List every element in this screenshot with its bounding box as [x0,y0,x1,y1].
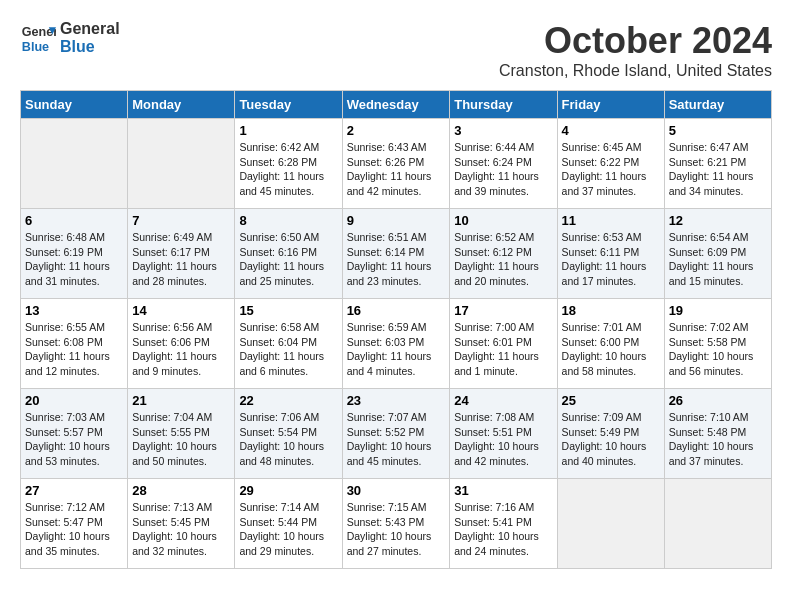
day-number: 10 [454,213,552,228]
calendar-cell: 3Sunrise: 6:44 AMSunset: 6:24 PMDaylight… [450,119,557,209]
day-number: 27 [25,483,123,498]
calendar-week-4: 20Sunrise: 7:03 AMSunset: 5:57 PMDayligh… [21,389,772,479]
calendar-cell: 26Sunrise: 7:10 AMSunset: 5:48 PMDayligh… [664,389,771,479]
weekday-header-wednesday: Wednesday [342,91,450,119]
calendar-cell: 4Sunrise: 6:45 AMSunset: 6:22 PMDaylight… [557,119,664,209]
calendar-cell [664,479,771,569]
day-number: 2 [347,123,446,138]
weekday-header-friday: Friday [557,91,664,119]
day-info: Sunrise: 6:56 AMSunset: 6:06 PMDaylight:… [132,320,230,379]
calendar-cell: 13Sunrise: 6:55 AMSunset: 6:08 PMDayligh… [21,299,128,389]
day-info: Sunrise: 7:03 AMSunset: 5:57 PMDaylight:… [25,410,123,469]
day-number: 13 [25,303,123,318]
day-number: 26 [669,393,767,408]
day-info: Sunrise: 6:52 AMSunset: 6:12 PMDaylight:… [454,230,552,289]
day-number: 9 [347,213,446,228]
day-info: Sunrise: 6:51 AMSunset: 6:14 PMDaylight:… [347,230,446,289]
calendar-week-3: 13Sunrise: 6:55 AMSunset: 6:08 PMDayligh… [21,299,772,389]
calendar-cell: 24Sunrise: 7:08 AMSunset: 5:51 PMDayligh… [450,389,557,479]
day-number: 6 [25,213,123,228]
month-title: October 2024 [499,20,772,62]
day-info: Sunrise: 7:12 AMSunset: 5:47 PMDaylight:… [25,500,123,559]
calendar-cell: 10Sunrise: 6:52 AMSunset: 6:12 PMDayligh… [450,209,557,299]
calendar-cell: 14Sunrise: 6:56 AMSunset: 6:06 PMDayligh… [128,299,235,389]
day-info: Sunrise: 7:00 AMSunset: 6:01 PMDaylight:… [454,320,552,379]
calendar-cell: 15Sunrise: 6:58 AMSunset: 6:04 PMDayligh… [235,299,342,389]
calendar-table: SundayMondayTuesdayWednesdayThursdayFrid… [20,90,772,569]
day-info: Sunrise: 6:50 AMSunset: 6:16 PMDaylight:… [239,230,337,289]
weekday-header-thursday: Thursday [450,91,557,119]
day-number: 25 [562,393,660,408]
day-number: 23 [347,393,446,408]
day-info: Sunrise: 6:49 AMSunset: 6:17 PMDaylight:… [132,230,230,289]
day-number: 28 [132,483,230,498]
calendar-cell: 23Sunrise: 7:07 AMSunset: 5:52 PMDayligh… [342,389,450,479]
day-number: 24 [454,393,552,408]
day-info: Sunrise: 7:14 AMSunset: 5:44 PMDaylight:… [239,500,337,559]
logo-general: General [60,20,120,38]
day-info: Sunrise: 6:53 AMSunset: 6:11 PMDaylight:… [562,230,660,289]
logo-icon: General Blue [20,20,56,56]
calendar-cell: 29Sunrise: 7:14 AMSunset: 5:44 PMDayligh… [235,479,342,569]
calendar-cell [21,119,128,209]
calendar-week-5: 27Sunrise: 7:12 AMSunset: 5:47 PMDayligh… [21,479,772,569]
day-info: Sunrise: 7:08 AMSunset: 5:51 PMDaylight:… [454,410,552,469]
calendar-cell: 16Sunrise: 6:59 AMSunset: 6:03 PMDayligh… [342,299,450,389]
day-info: Sunrise: 6:48 AMSunset: 6:19 PMDaylight:… [25,230,123,289]
day-number: 11 [562,213,660,228]
calendar-cell: 7Sunrise: 6:49 AMSunset: 6:17 PMDaylight… [128,209,235,299]
calendar-cell: 12Sunrise: 6:54 AMSunset: 6:09 PMDayligh… [664,209,771,299]
day-number: 16 [347,303,446,318]
day-number: 7 [132,213,230,228]
location: Cranston, Rhode Island, United States [499,62,772,80]
calendar-cell: 31Sunrise: 7:16 AMSunset: 5:41 PMDayligh… [450,479,557,569]
weekday-header-saturday: Saturday [664,91,771,119]
day-info: Sunrise: 6:42 AMSunset: 6:28 PMDaylight:… [239,140,337,199]
calendar-cell: 17Sunrise: 7:00 AMSunset: 6:01 PMDayligh… [450,299,557,389]
calendar-cell: 18Sunrise: 7:01 AMSunset: 6:00 PMDayligh… [557,299,664,389]
calendar-cell: 5Sunrise: 6:47 AMSunset: 6:21 PMDaylight… [664,119,771,209]
day-info: Sunrise: 6:43 AMSunset: 6:26 PMDaylight:… [347,140,446,199]
day-info: Sunrise: 6:54 AMSunset: 6:09 PMDaylight:… [669,230,767,289]
day-number: 31 [454,483,552,498]
calendar-cell [557,479,664,569]
day-info: Sunrise: 6:44 AMSunset: 6:24 PMDaylight:… [454,140,552,199]
calendar-cell [128,119,235,209]
day-number: 17 [454,303,552,318]
day-number: 8 [239,213,337,228]
calendar-cell: 27Sunrise: 7:12 AMSunset: 5:47 PMDayligh… [21,479,128,569]
calendar-cell: 22Sunrise: 7:06 AMSunset: 5:54 PMDayligh… [235,389,342,479]
calendar-cell: 11Sunrise: 6:53 AMSunset: 6:11 PMDayligh… [557,209,664,299]
calendar-week-1: 1Sunrise: 6:42 AMSunset: 6:28 PMDaylight… [21,119,772,209]
calendar-cell: 28Sunrise: 7:13 AMSunset: 5:45 PMDayligh… [128,479,235,569]
day-number: 1 [239,123,337,138]
day-number: 4 [562,123,660,138]
day-info: Sunrise: 6:55 AMSunset: 6:08 PMDaylight:… [25,320,123,379]
day-number: 15 [239,303,337,318]
day-number: 20 [25,393,123,408]
day-number: 22 [239,393,337,408]
day-number: 3 [454,123,552,138]
day-number: 29 [239,483,337,498]
day-number: 18 [562,303,660,318]
logo: General Blue General Blue [20,20,120,56]
weekday-header-sunday: Sunday [21,91,128,119]
day-info: Sunrise: 7:06 AMSunset: 5:54 PMDaylight:… [239,410,337,469]
title-block: October 2024 Cranston, Rhode Island, Uni… [499,20,772,80]
day-info: Sunrise: 6:45 AMSunset: 6:22 PMDaylight:… [562,140,660,199]
calendar-cell: 25Sunrise: 7:09 AMSunset: 5:49 PMDayligh… [557,389,664,479]
svg-text:Blue: Blue [22,40,49,54]
logo-blue: Blue [60,38,120,56]
day-info: Sunrise: 7:01 AMSunset: 6:00 PMDaylight:… [562,320,660,379]
day-info: Sunrise: 7:04 AMSunset: 5:55 PMDaylight:… [132,410,230,469]
day-info: Sunrise: 7:02 AMSunset: 5:58 PMDaylight:… [669,320,767,379]
day-number: 21 [132,393,230,408]
calendar-cell: 9Sunrise: 6:51 AMSunset: 6:14 PMDaylight… [342,209,450,299]
calendar-cell: 19Sunrise: 7:02 AMSunset: 5:58 PMDayligh… [664,299,771,389]
day-number: 14 [132,303,230,318]
day-info: Sunrise: 6:58 AMSunset: 6:04 PMDaylight:… [239,320,337,379]
day-info: Sunrise: 7:16 AMSunset: 5:41 PMDaylight:… [454,500,552,559]
day-info: Sunrise: 7:15 AMSunset: 5:43 PMDaylight:… [347,500,446,559]
day-number: 5 [669,123,767,138]
page-header: General Blue General Blue October 2024 C… [20,20,772,80]
